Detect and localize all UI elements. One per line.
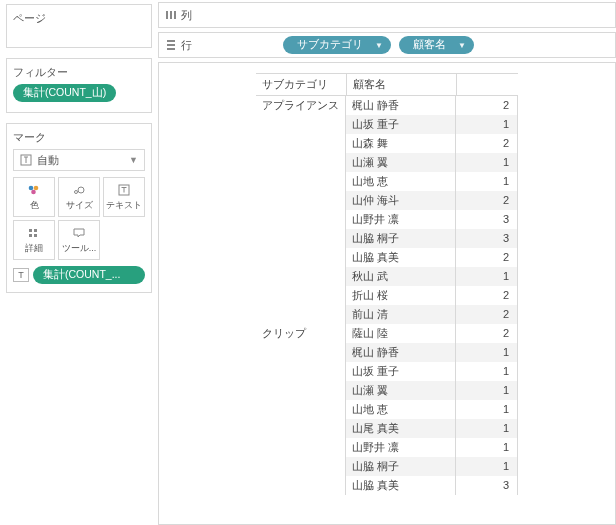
filter-pill-count-yama[interactable]: 集計(COUNT_山)	[13, 84, 116, 102]
cell-value: 2	[456, 286, 518, 305]
svg-rect-15	[167, 44, 175, 46]
columns-icon	[165, 9, 177, 21]
row-pill-subcategory-label: サブカテゴリ	[297, 38, 363, 50]
row-pill-customer[interactable]: 顧客名 ▼	[399, 36, 474, 54]
mark-type-select[interactable]: 自動 ▼	[13, 149, 145, 171]
table-row[interactable]: 山脇 桐子1	[256, 457, 518, 476]
cell-customer: 梶山 静香	[346, 343, 456, 362]
cell-customer: 薩山 陸	[346, 324, 456, 343]
table-row[interactable]: 山瀬 翼1	[256, 153, 518, 172]
cell-subcategory	[256, 438, 346, 457]
table-row[interactable]: 梶山 静香1	[256, 343, 518, 362]
cell-value: 1	[456, 362, 518, 381]
column-headers: サブカテゴリ 顧客名	[256, 73, 518, 96]
cell-value: 3	[456, 210, 518, 229]
svg-rect-14	[167, 40, 175, 42]
pages-label: ページ	[13, 11, 145, 26]
cell-value: 2	[456, 134, 518, 153]
table-row[interactable]: 山野井 凛3	[256, 210, 518, 229]
mark-tooltip-button[interactable]: ツール...	[58, 220, 100, 260]
table-row[interactable]: 山地 恵1	[256, 400, 518, 419]
svg-point-3	[31, 189, 36, 194]
cell-customer: 山地 恵	[346, 400, 456, 419]
row-pill-subcategory[interactable]: サブカテゴリ ▼	[283, 36, 391, 54]
crosstab: サブカテゴリ 顧客名 アプライアンス梶山 静香2山坂 重子1山森 舞2山瀬 翼1…	[256, 73, 518, 495]
cell-subcategory: クリップ	[256, 324, 346, 343]
cell-subcategory	[256, 381, 346, 400]
svg-rect-13	[174, 11, 176, 19]
table-row[interactable]: 折山 桜2	[256, 286, 518, 305]
mark-text-button[interactable]: テキスト	[103, 177, 145, 217]
table-row[interactable]: アプライアンス梶山 静香2	[256, 96, 518, 115]
detail-icon	[26, 226, 42, 240]
cell-customer: 山野井 凛	[346, 210, 456, 229]
cell-subcategory	[256, 248, 346, 267]
table-row[interactable]: 前山 清2	[256, 305, 518, 324]
mark-text-pill-row: T 集計(COUNT_...	[13, 266, 145, 284]
cell-customer: 山仲 海斗	[346, 191, 456, 210]
cell-value: 1	[456, 153, 518, 172]
table-row[interactable]: 秋山 武1	[256, 267, 518, 286]
row-pill-customer-label: 顧客名	[413, 38, 446, 50]
mark-tooltip-label: ツール...	[62, 242, 97, 255]
table-row[interactable]: 山瀬 翼1	[256, 381, 518, 400]
table-row[interactable]: クリップ薩山 陸2	[256, 324, 518, 343]
marks-label: マーク	[13, 130, 145, 145]
cell-value: 1	[456, 438, 518, 457]
cell-customer: 山地 恵	[346, 172, 456, 191]
cell-subcategory	[256, 267, 346, 286]
filters-shelf[interactable]: フィルター 集計(COUNT_山)	[6, 58, 152, 113]
table-row[interactable]: 山尾 真美1	[256, 419, 518, 438]
cell-customer: 山脇 桐子	[346, 229, 456, 248]
table-rows: アプライアンス梶山 静香2山坂 重子1山森 舞2山瀬 翼1山地 恵1山仲 海斗2…	[256, 96, 518, 495]
cell-customer: 山脇 真美	[346, 476, 456, 495]
table-row[interactable]: 山地 恵1	[256, 172, 518, 191]
mark-detail-label: 詳細	[25, 242, 43, 255]
cell-value: 1	[456, 457, 518, 476]
mark-text-pill[interactable]: 集計(COUNT_...	[33, 266, 145, 284]
header-subcategory[interactable]: サブカテゴリ	[256, 74, 346, 95]
cell-value: 2	[456, 305, 518, 324]
columns-shelf[interactable]: 列	[158, 2, 616, 28]
cell-customer: 山坂 重子	[346, 362, 456, 381]
svg-rect-11	[166, 11, 168, 19]
table-row[interactable]: 山仲 海斗2	[256, 191, 518, 210]
text-mark-icon: T	[13, 268, 29, 282]
header-measure	[456, 74, 518, 95]
table-row[interactable]: 山坂 重子1	[256, 115, 518, 134]
cell-subcategory	[256, 229, 346, 248]
cell-subcategory	[256, 115, 346, 134]
mark-size-button[interactable]: サイズ	[58, 177, 100, 217]
cell-customer: 折山 桜	[346, 286, 456, 305]
marks-card: マーク 自動 ▼ 色 サイズ テキスト	[6, 123, 152, 293]
table-row[interactable]: 山脇 桐子3	[256, 229, 518, 248]
svg-rect-12	[170, 11, 172, 19]
mark-size-label: サイズ	[66, 199, 93, 212]
cell-subcategory	[256, 286, 346, 305]
cell-customer: 梶山 静香	[346, 96, 456, 115]
mark-detail-button[interactable]: 詳細	[13, 220, 55, 260]
cell-value: 2	[456, 191, 518, 210]
tooltip-icon	[71, 226, 87, 240]
svg-rect-10	[34, 234, 37, 237]
svg-rect-16	[167, 48, 175, 50]
table-row[interactable]: 山森 舞2	[256, 134, 518, 153]
pages-shelf[interactable]: ページ	[6, 4, 152, 48]
cell-subcategory	[256, 153, 346, 172]
rows-shelf[interactable]: 行 サブカテゴリ ▼ 顧客名 ▼	[158, 32, 616, 58]
table-row[interactable]: 山坂 重子1	[256, 362, 518, 381]
cell-subcategory	[256, 419, 346, 438]
table-row[interactable]: 山脇 真美2	[256, 248, 518, 267]
cell-subcategory: アプライアンス	[256, 96, 346, 115]
cell-customer: 山森 舞	[346, 134, 456, 153]
cell-subcategory	[256, 343, 346, 362]
cell-subcategory	[256, 134, 346, 153]
header-customer[interactable]: 顧客名	[346, 74, 456, 95]
rows-icon	[165, 39, 177, 51]
table-row[interactable]: 山脇 真美3	[256, 476, 518, 495]
color-icon	[26, 183, 42, 197]
table-row[interactable]: 山野井 凛1	[256, 438, 518, 457]
mark-color-label: 色	[30, 199, 39, 212]
svg-rect-7	[29, 229, 32, 232]
mark-color-button[interactable]: 色	[13, 177, 55, 217]
